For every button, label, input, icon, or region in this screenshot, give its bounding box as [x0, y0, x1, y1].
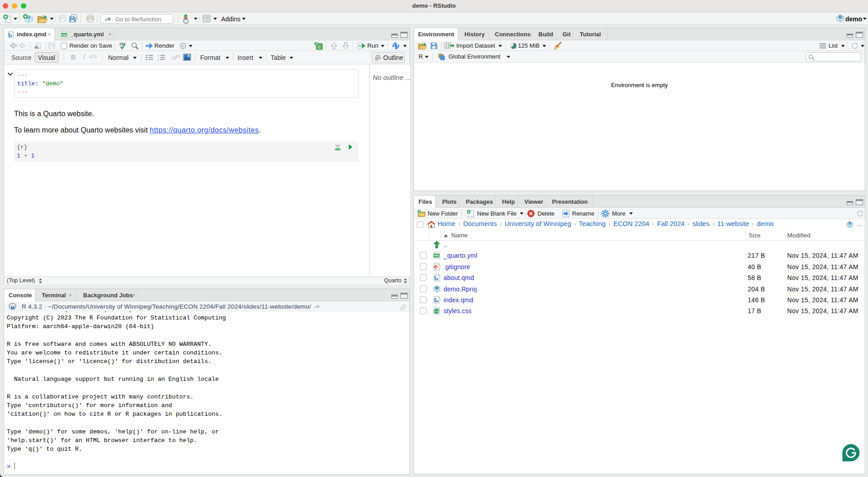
- svg-text:R: R: [838, 15, 842, 20]
- svg-text:CSS: CSS: [434, 310, 439, 313]
- svg-text:R: R: [435, 285, 439, 290]
- svg-text:R: R: [11, 304, 15, 311]
- svg-text:ABC: ABC: [119, 42, 127, 46]
- svg-text:1: 1: [158, 54, 159, 57]
- svg-text:R: R: [848, 221, 851, 225]
- svg-text:YML: YML: [61, 34, 67, 36]
- svg-text:2: 2: [158, 58, 159, 60]
- svg-text:c: c: [318, 45, 321, 50]
- svg-text:YML: YML: [434, 255, 439, 257]
